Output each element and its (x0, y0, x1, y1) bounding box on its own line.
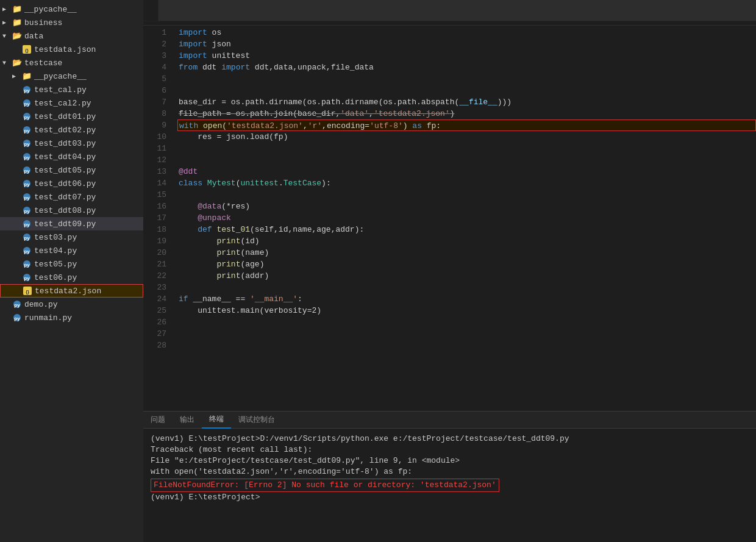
tree-label-test-ddt06: test_ddt06.py (34, 179, 96, 188)
line-number-23: 23 (143, 282, 166, 293)
code-line-1: import os (179, 27, 756, 38)
folder-icon: 📁 (12, 18, 22, 27)
tree-arrow-pycache-tc: ▶ (12, 73, 22, 80)
tree-arrow-business: ▶ (2, 19, 12, 26)
py-file-icon: py (22, 138, 32, 148)
terminal-tab-终端[interactable]: 终端 (202, 412, 231, 429)
sidebar-item-runmain[interactable]: pyrunmain.py (0, 311, 143, 324)
py-file-icon: py (22, 205, 32, 215)
code-line-28 (179, 340, 756, 351)
svg-text:py: py (24, 209, 30, 214)
svg-text:{}: {} (25, 48, 29, 53)
line-number-27: 27 (143, 328, 166, 340)
tree-label-pycache-root: __pycache__ (24, 5, 77, 14)
py-file-icon: py (12, 313, 22, 323)
line-number-11: 11 (143, 143, 166, 154)
svg-text:py: py (24, 115, 30, 120)
line-number-20: 20 (143, 247, 166, 259)
sidebar-item-test06[interactable]: pytest06.py (0, 271, 143, 284)
py-file-icon: py (22, 232, 32, 242)
line-number-19: 19 (143, 235, 166, 247)
main-layout: ▶📁__pycache__▶📁business▼📂data{}testdata.… (0, 0, 756, 542)
sidebar-item-test-cal2[interactable]: pytest_cal2.py (0, 96, 143, 110)
svg-text:py: py (14, 302, 20, 308)
sidebar-item-demo[interactable]: pydemo.py (0, 298, 143, 311)
line-number-25: 25 (143, 305, 166, 316)
py-file-icon: py (22, 179, 32, 188)
tree-label-test-ddt07: test_ddt07.py (34, 193, 96, 202)
code-line-24: if __name__ == '__main__': (179, 293, 756, 305)
line-number-24: 24 (143, 293, 166, 305)
code-editor[interactable]: 1234567891011121314151617181920212223242… (143, 26, 756, 411)
line-number-4: 4 (143, 62, 166, 73)
sidebar-item-test-ddt02[interactable]: pytest_ddt02.py (0, 123, 143, 137)
tree-label-test-ddt04: test_ddt04.py (34, 152, 96, 162)
code-line-17: @unpack (179, 212, 756, 224)
sidebar-item-test-ddt08[interactable]: pytest_ddt08.py (0, 204, 143, 217)
tree-label-testdata-json: testdata.json (34, 45, 96, 54)
sidebar-item-test-ddt03[interactable]: pytest_ddt03.py (0, 137, 143, 150)
sidebar-item-test-ddt04[interactable]: pytest_ddt04.py (0, 150, 143, 163)
py-file-icon: py (22, 192, 32, 202)
sidebar-item-testdata-json[interactable]: {}testdata.json (0, 43, 143, 56)
py-file-icon: py (22, 125, 32, 135)
terminal-tab-问题[interactable]: 问题 (143, 412, 173, 429)
tree-label-testdata2-json: testdata2.json (35, 287, 101, 296)
code-line-15 (179, 189, 756, 201)
sidebar-item-data[interactable]: ▼📂data (0, 29, 143, 43)
code-line-5 (179, 73, 756, 85)
py-file-icon: py (22, 259, 32, 269)
sidebar-item-test-ddt01[interactable]: pytest_ddt01.py (0, 110, 143, 123)
code-line-20: print(name) (179, 247, 756, 259)
line-number-9: 9 (143, 119, 166, 131)
sidebar-item-testdata2-json[interactable]: {}testdata2.json (0, 284, 143, 298)
sidebar-item-test-ddt05[interactable]: pytest_ddt05.py (0, 163, 143, 177)
line-number-6: 6 (143, 85, 166, 96)
terminal-tab-调试控制台[interactable]: 调试控制台 (231, 412, 282, 429)
terminal-line-4: FileNotFoundError: [Errno 2] No such fil… (151, 479, 499, 492)
terminal-tab-输出[interactable]: 输出 (173, 412, 202, 429)
sidebar-item-pycache-tc[interactable]: ▶📁__pycache__ (0, 70, 143, 83)
sidebar-item-test03[interactable]: pytest03.py (0, 230, 143, 244)
line-number-13: 13 (143, 166, 166, 177)
tree-label-test-ddt03: test_ddt03.py (34, 139, 96, 148)
tree-label-test-ddt01: test_ddt01.py (34, 112, 96, 121)
tree-label-test-ddt05: test_ddt05.py (34, 166, 96, 175)
terminal-line-0: (venv1) E:\testProject>D:/venv1/Scripts/… (151, 433, 749, 444)
sidebar-item-business[interactable]: ▶📁business (0, 16, 143, 29)
tree-label-test-ddt02: test_ddt02.py (34, 126, 96, 135)
code-line-3: import unittest (179, 50, 756, 62)
sidebar-item-testcase[interactable]: ▼📂testcase (0, 56, 143, 70)
line-number-14: 14 (143, 177, 166, 189)
svg-text:py: py (24, 141, 30, 147)
sidebar-item-test04[interactable]: pytest04.py (0, 244, 143, 257)
svg-text:py: py (24, 262, 30, 268)
line-numbers: 1234567891011121314151617181920212223242… (143, 26, 174, 411)
sidebar-item-test-cal[interactable]: pytest_cal.py (0, 83, 143, 96)
tree-label-test03: test03.py (34, 233, 77, 242)
code-line-10: res = json.load(fp) (179, 131, 756, 143)
py-file-icon: py (22, 98, 32, 108)
svg-text:py: py (24, 249, 30, 254)
code-line-6 (179, 85, 756, 96)
svg-text:py: py (24, 235, 30, 241)
svg-text:py: py (24, 101, 30, 107)
code-line-2: import json (179, 38, 756, 50)
py-file-icon: py (22, 85, 32, 94)
json-file-icon: {} (23, 286, 32, 296)
line-number-8: 8 (143, 108, 166, 119)
tab-test-ddt09[interactable] (143, 0, 159, 21)
tree-label-test-cal: test_cal.py (34, 85, 87, 94)
sidebar-item-test-ddt06[interactable]: pytest_ddt06.py (0, 177, 143, 190)
terminal-line-6: (venv1) E:\testProject> (151, 492, 749, 503)
sidebar-item-test-ddt09[interactable]: pytest_ddt09.py (0, 217, 143, 230)
sidebar-item-pycache-root[interactable]: ▶📁__pycache__ (0, 2, 143, 16)
code-line-21: print(age) (179, 259, 756, 270)
code-line-14: class Mytest(unittest.TestCase): (179, 177, 756, 189)
line-number-16: 16 (143, 201, 166, 212)
folder-icon: 📂 (12, 31, 22, 41)
sidebar-item-test05[interactable]: pytest05.py (0, 257, 143, 271)
sidebar-item-test-ddt07[interactable]: pytest_ddt07.py (0, 190, 143, 204)
svg-text:py: py (24, 168, 30, 174)
code-line-8: file_path = os.path.join(base_dir,'data'… (179, 108, 756, 119)
